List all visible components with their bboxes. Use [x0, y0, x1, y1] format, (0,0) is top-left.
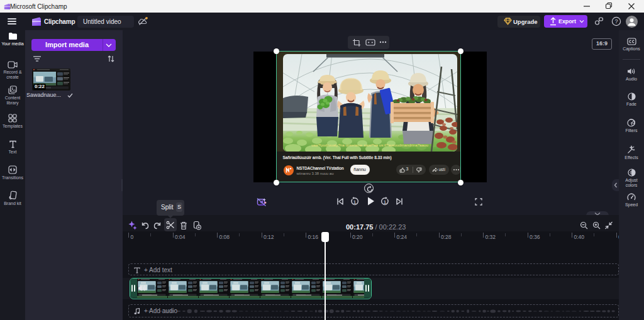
svg-text:uaa?iyudruuaty?na unseiame aaw: uaa?iyudruuaty?na unseiame aawi?aa us:il…: [311, 143, 428, 147]
svg-text:1: 1: [384, 200, 386, 204]
svg-text:?: ?: [614, 18, 618, 25]
svg-text:1: 1: [353, 200, 356, 204]
